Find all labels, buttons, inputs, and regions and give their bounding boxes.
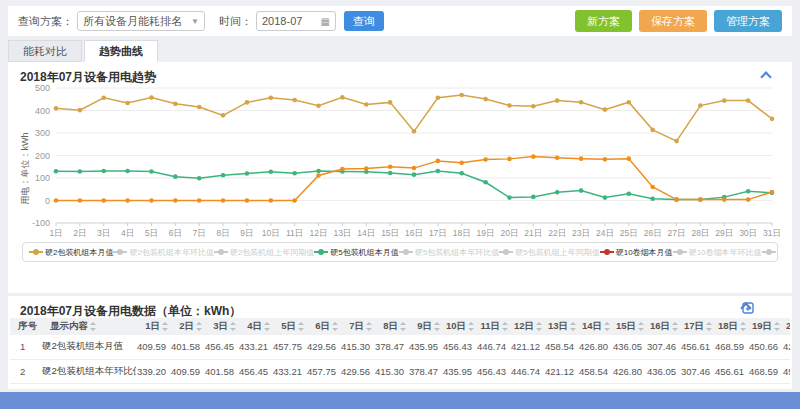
table-header-day[interactable]: 18日 xyxy=(714,318,748,335)
data-point xyxy=(269,198,274,203)
sort-icon[interactable] xyxy=(298,322,304,331)
sort-icon[interactable] xyxy=(332,322,338,331)
tab-energy-compare[interactable]: 能耗对比 xyxy=(8,40,82,62)
table-cell: 450.66 xyxy=(782,359,790,383)
table-header-day[interactable]: 7日 xyxy=(340,318,374,335)
horizontal-scrollbar[interactable] xyxy=(0,392,800,409)
table-row: 2硬2包装机组本年环比值339.20409.59401.58456.45433.… xyxy=(10,359,790,383)
data-point xyxy=(770,117,775,122)
table-cell: 429.56 xyxy=(306,335,340,359)
chart-collapse-icon[interactable] xyxy=(762,71,770,79)
data-point xyxy=(531,104,536,109)
table-header-day[interactable]: 14日 xyxy=(578,318,612,335)
data-point xyxy=(197,198,202,203)
x-tick-label: 23日 xyxy=(572,228,590,238)
sort-icon[interactable] xyxy=(706,322,712,331)
sort-icon[interactable] xyxy=(434,322,440,331)
table-header-day[interactable]: 5日 xyxy=(272,318,306,335)
sort-icon[interactable] xyxy=(230,322,236,331)
table-header-day[interactable]: 9日 xyxy=(408,318,442,335)
data-point xyxy=(483,180,488,185)
table-cell: 378.47 xyxy=(374,335,408,359)
sort-icon[interactable] xyxy=(570,322,576,331)
table-header-day[interactable]: 11日 xyxy=(476,318,510,335)
data-point xyxy=(197,105,202,110)
table-header-day[interactable]: 1日 xyxy=(136,318,170,335)
sort-icon[interactable] xyxy=(774,322,780,331)
table-header-day[interactable]: 19日 xyxy=(748,318,782,335)
sort-icon[interactable] xyxy=(366,322,372,331)
save-plan-button[interactable]: 保存方案 xyxy=(639,10,707,32)
sort-icon[interactable] xyxy=(638,322,644,331)
calendar-icon: ▦ xyxy=(321,16,330,27)
sort-icon[interactable] xyxy=(468,322,474,331)
x-tick-label: 11日 xyxy=(286,228,303,238)
table-header-day[interactable]: 16日 xyxy=(646,318,680,335)
table-cell: 458.54 xyxy=(544,335,578,359)
data-point xyxy=(531,154,536,159)
legend-item[interactable]: 硬2包装机组本年环比值 xyxy=(113,247,213,258)
data-point xyxy=(388,171,393,176)
table-header-day[interactable]: 12日 xyxy=(510,318,544,335)
sort-icon[interactable] xyxy=(740,322,746,331)
data-point xyxy=(269,169,274,174)
table-header-day[interactable]: 10日 xyxy=(442,318,476,335)
sort-icon[interactable] xyxy=(604,322,610,331)
data-point xyxy=(650,196,655,201)
sort-icon[interactable] xyxy=(90,322,96,331)
sort-icon[interactable] xyxy=(672,322,678,331)
data-point xyxy=(245,171,250,176)
query-plan-select[interactable]: 所有设备月能耗排名 ▼ xyxy=(77,11,205,31)
table-header-day[interactable]: 6日 xyxy=(306,318,340,335)
data-point xyxy=(340,95,345,100)
table-header-day[interactable]: 20日 xyxy=(782,318,790,335)
table-header-day[interactable]: 13日 xyxy=(544,318,578,335)
legend-item[interactable]: 硬2包装机组本月值 xyxy=(29,247,113,258)
table-collapse-icon[interactable] xyxy=(764,304,772,312)
table-cell: 446.74 xyxy=(476,335,510,359)
data-point xyxy=(221,113,226,118)
legend-item[interactable]: 硬10卷烟本年环比值 xyxy=(673,247,762,258)
sort-icon[interactable] xyxy=(400,322,406,331)
query-button[interactable]: 查询 xyxy=(344,11,384,31)
data-point xyxy=(54,198,59,203)
tab-trend-curve[interactable]: 趋势曲线 xyxy=(84,40,158,62)
table-header-day[interactable]: 15日 xyxy=(612,318,646,335)
legend-label: 硬2包装机组上年同期值 xyxy=(230,247,314,258)
table-cell: 409.59 xyxy=(170,359,204,383)
data-point xyxy=(292,198,297,203)
sort-icon[interactable] xyxy=(536,322,542,331)
y-tick-label: 200 xyxy=(35,151,50,161)
sort-icon[interactable] xyxy=(264,322,270,331)
table-cell: 307.46 xyxy=(646,335,680,359)
sort-icon[interactable] xyxy=(162,322,168,331)
new-plan-button[interactable]: 新方案 xyxy=(575,10,632,32)
table-cell: 422.47 xyxy=(782,335,790,359)
table-header-day[interactable]: 4日 xyxy=(238,318,272,335)
table-scroll-area[interactable]: 序号显示内容1日2日3日4日5日6日7日8日9日10日11日12日13日14日1… xyxy=(10,318,790,384)
legend-item[interactable]: 硬5包装机组上年同期值 xyxy=(499,247,599,258)
data-point xyxy=(316,103,321,108)
legend-item[interactable]: 硬10卷烟本月值 xyxy=(600,247,673,258)
manage-plan-button[interactable]: 管理方案 xyxy=(714,10,782,32)
legend-item[interactable]: 硬10卷烟上年同期值 xyxy=(762,247,778,258)
y-tick-label: 300 xyxy=(35,128,50,138)
legend-item[interactable]: 硬5包装机组本月值 xyxy=(314,247,398,258)
data-point xyxy=(555,155,560,160)
table-header-day[interactable]: 8日 xyxy=(374,318,408,335)
trend-line-chart[interactable]: 5004003002001000-1001日2日3日4日5日6日7日8日9日10… xyxy=(16,82,788,238)
legend-item[interactable]: 硬2包装机组上年同期值 xyxy=(214,247,314,258)
data-point xyxy=(507,103,512,108)
table-header-day[interactable]: 3日 xyxy=(204,318,238,335)
table-header-content[interactable]: 显示内容 xyxy=(40,318,136,335)
sort-icon[interactable] xyxy=(502,322,508,331)
table-cell: 429.56 xyxy=(340,359,374,383)
data-point xyxy=(627,191,632,196)
time-input[interactable]: 2018-07 ▦ xyxy=(256,11,336,31)
table-cell: 433.21 xyxy=(238,335,272,359)
table-header-day[interactable]: 2日 xyxy=(170,318,204,335)
table-header-day[interactable]: 17日 xyxy=(680,318,714,335)
data-point xyxy=(292,171,297,176)
sort-icon[interactable] xyxy=(196,322,202,331)
legend-item[interactable]: 硬5包装机组本年环比值 xyxy=(399,247,499,258)
